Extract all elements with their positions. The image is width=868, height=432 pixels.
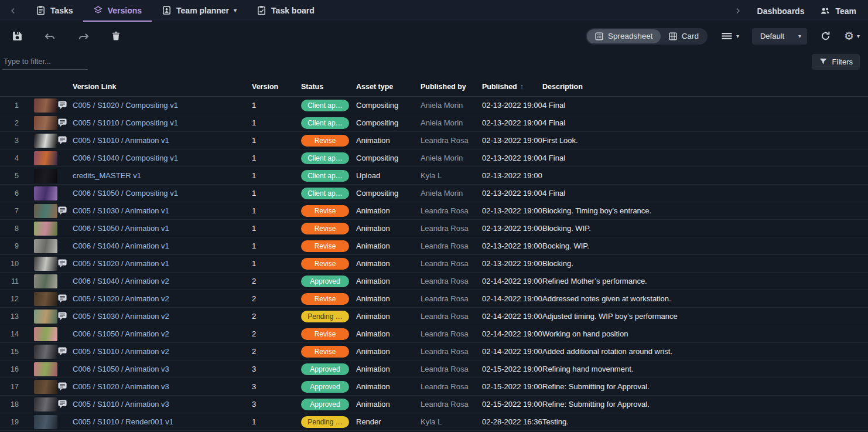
description-text[interactable]: 4 Final bbox=[542, 154, 868, 162]
version-link[interactable]: C006 / S1050 / Compositing v1 bbox=[69, 189, 252, 198]
description-text[interactable]: Refine: Submitting for Approval. bbox=[542, 400, 868, 409]
version-thumbnail[interactable] bbox=[34, 362, 57, 376]
asset-type[interactable]: Compositing bbox=[356, 189, 421, 198]
published-by[interactable]: Leandra Rosa bbox=[421, 136, 482, 145]
version-link[interactable]: C006 / S1040 / Compositing v1 bbox=[69, 154, 252, 162]
row-number[interactable]: 11 bbox=[0, 277, 23, 285]
version-thumbnail[interactable] bbox=[34, 415, 57, 429]
version-thumbnail[interactable] bbox=[34, 257, 57, 271]
version-link[interactable]: C006 / S1040 / Animation v2 bbox=[69, 277, 252, 285]
status-badge[interactable]: Client ap… bbox=[301, 100, 349, 111]
row-number[interactable]: 14 bbox=[0, 330, 23, 338]
description-text[interactable]: Addressed notes given at workstation. bbox=[542, 294, 868, 303]
description-text[interactable]: Blocking. WIP. bbox=[542, 224, 868, 233]
version-number[interactable]: 2 bbox=[252, 277, 301, 285]
column-header-version-link[interactable]: Version Link bbox=[69, 83, 252, 91]
version-thumbnail[interactable] bbox=[34, 134, 57, 148]
table-row[interactable]: 10 C005 / S1020 / Animation v1 1 Revise … bbox=[0, 255, 868, 273]
description-text[interactable]: Blocking. Timing boy’s entrance. bbox=[542, 206, 868, 215]
version-number[interactable]: 1 bbox=[252, 118, 301, 127]
table-row[interactable]: 5 credits_MASTER v1 1 Client ap… Upload … bbox=[0, 167, 868, 185]
row-number[interactable]: 19 bbox=[0, 418, 23, 426]
asset-type[interactable]: Animation bbox=[356, 136, 421, 145]
row-number[interactable]: 16 bbox=[0, 365, 23, 373]
version-link[interactable]: C005 / S1030 / Animation v2 bbox=[69, 312, 252, 321]
refresh-button[interactable] bbox=[820, 30, 831, 42]
table-row[interactable]: 3 C005 / S1010 / Animation v1 1 Revise A… bbox=[0, 132, 868, 149]
row-number[interactable]: 15 bbox=[0, 348, 23, 356]
published-by[interactable]: Leandra Rosa bbox=[421, 206, 482, 215]
description-text[interactable]: Blocking. bbox=[542, 259, 868, 268]
row-number[interactable]: 6 bbox=[0, 189, 23, 198]
version-thumbnail[interactable] bbox=[34, 309, 57, 324]
version-link[interactable]: C005 / S1020 / Animation v2 bbox=[69, 294, 252, 303]
version-number[interactable]: 2 bbox=[252, 329, 301, 338]
version-number[interactable]: 1 bbox=[252, 241, 301, 250]
status-badge[interactable]: Revise bbox=[301, 240, 349, 252]
published-by[interactable]: Leandra Rosa bbox=[421, 277, 482, 285]
tab-task-board[interactable]: Task board bbox=[247, 0, 324, 22]
version-number[interactable]: 1 bbox=[252, 259, 301, 268]
settings-button[interactable]: ⚙ ▾ bbox=[844, 30, 860, 42]
asset-type[interactable]: Animation bbox=[356, 365, 421, 373]
asset-type[interactable]: Animation bbox=[356, 382, 421, 391]
note-icon[interactable] bbox=[57, 399, 69, 409]
table-row[interactable]: 1 C005 / S1020 / Compositing v1 1 Client… bbox=[0, 97, 868, 114]
published-by[interactable]: Aniela Morin bbox=[421, 101, 482, 110]
tab-tasks[interactable]: Tasks bbox=[26, 0, 83, 22]
table-row[interactable]: 8 C006 / S1050 / Animation v1 1 Revise A… bbox=[0, 220, 868, 237]
row-number[interactable]: 3 bbox=[0, 137, 23, 145]
column-header-published[interactable]: Published↑ bbox=[482, 83, 542, 91]
published-by[interactable]: Leandra Rosa bbox=[421, 259, 482, 268]
column-header-published-by[interactable]: Published by bbox=[421, 83, 482, 91]
status-badge[interactable]: Client ap… bbox=[301, 152, 349, 164]
version-number[interactable]: 1 bbox=[252, 417, 301, 426]
description-text[interactable]: Working on hand position bbox=[542, 329, 868, 338]
version-link[interactable]: C005 / S1010 / Animation v3 bbox=[69, 400, 252, 409]
asset-type[interactable]: Animation bbox=[356, 347, 421, 356]
published-by[interactable]: Leandra Rosa bbox=[421, 224, 482, 233]
version-link[interactable]: C005 / S1010 / Animation v2 bbox=[69, 347, 252, 356]
published-by[interactable]: Kyla L bbox=[421, 171, 482, 180]
table-row[interactable]: 12 C005 / S1020 / Animation v2 2 Revise … bbox=[0, 290, 868, 308]
note-icon[interactable] bbox=[57, 135, 69, 145]
table-row[interactable]: 2 C005 / S1010 / Compositing v1 1 Client… bbox=[0, 114, 868, 132]
column-header-version[interactable]: Version bbox=[252, 83, 301, 91]
row-number[interactable]: 2 bbox=[0, 119, 23, 127]
published-by[interactable]: Leandra Rosa bbox=[421, 347, 482, 356]
tab-team-planner[interactable]: Team planner ▾ bbox=[152, 0, 247, 22]
asset-type[interactable]: Compositing bbox=[356, 101, 421, 110]
table-row[interactable]: 6 C006 / S1050 / Compositing v1 1 Client… bbox=[0, 185, 868, 202]
published-by[interactable]: Kyla L bbox=[421, 417, 482, 426]
status-badge[interactable]: Approved bbox=[301, 399, 349, 410]
published-by[interactable]: Leandra Rosa bbox=[421, 400, 482, 409]
published-date[interactable]: 02-15-2022 19:00: bbox=[482, 365, 542, 373]
view-toggle-card[interactable]: Card bbox=[661, 29, 706, 43]
column-header-description[interactable]: Description bbox=[542, 83, 868, 91]
table-row[interactable]: 18 C005 / S1010 / Animation v3 3 Approve… bbox=[0, 396, 868, 413]
version-number[interactable]: 3 bbox=[252, 382, 301, 391]
published-date[interactable]: 02-13-2022 19:00: bbox=[482, 171, 542, 180]
row-number[interactable]: 17 bbox=[0, 383, 23, 391]
asset-type[interactable]: Animation bbox=[356, 400, 421, 409]
row-number[interactable]: 18 bbox=[0, 400, 23, 409]
description-text[interactable]: Refined Mother’s performance. bbox=[542, 277, 868, 285]
version-thumbnail[interactable] bbox=[34, 169, 57, 183]
asset-type[interactable]: Animation bbox=[356, 241, 421, 250]
nav-forward-button[interactable] bbox=[733, 6, 742, 15]
published-by[interactable]: Leandra Rosa bbox=[421, 382, 482, 391]
description-text[interactable]: 4 Final bbox=[542, 189, 868, 198]
asset-type[interactable]: Animation bbox=[356, 224, 421, 233]
version-number[interactable]: 1 bbox=[252, 171, 301, 180]
status-badge[interactable]: Revise bbox=[301, 135, 349, 147]
version-link[interactable]: C005 / S1010 / Render001 v1 bbox=[69, 417, 252, 426]
published-date[interactable]: 02-13-2022 19:00: bbox=[482, 118, 542, 127]
status-badge[interactable]: Revise bbox=[301, 205, 349, 217]
table-row[interactable]: 7 C005 / S1030 / Animation v1 1 Revise A… bbox=[0, 202, 868, 220]
description-text[interactable]: Added additional rotation around wrist. bbox=[542, 347, 868, 356]
filters-button[interactable]: Filters bbox=[812, 54, 860, 70]
status-badge[interactable]: Approved bbox=[301, 275, 349, 287]
status-badge[interactable]: Revise bbox=[301, 346, 349, 358]
published-by[interactable]: Leandra Rosa bbox=[421, 312, 482, 321]
description-text[interactable]: 4 Final bbox=[542, 101, 868, 110]
